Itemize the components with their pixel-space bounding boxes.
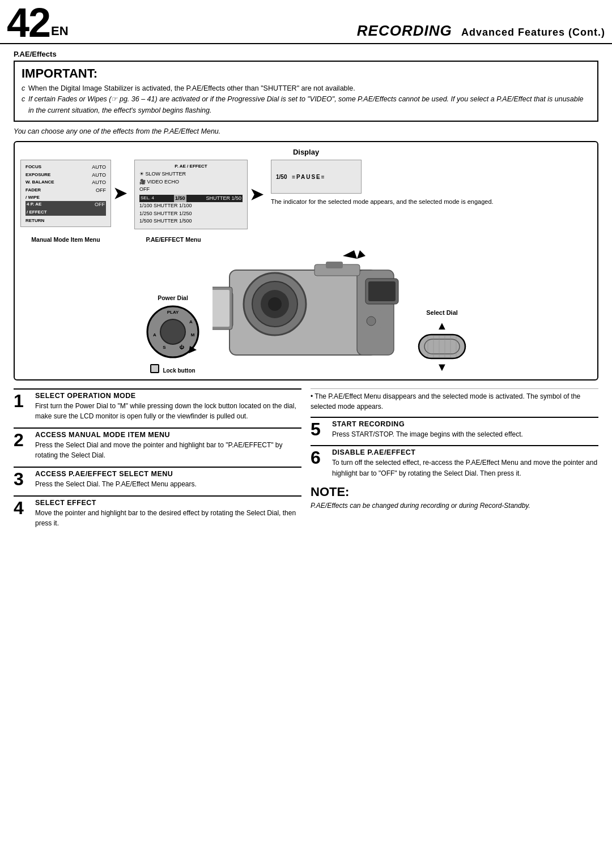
panel3-desc: The indicator for the selected mode appe…: [271, 197, 592, 207]
step-6-title: DISABLE P.AE/EFFECT: [332, 448, 598, 456]
menu-fader: FADEROFF: [26, 187, 106, 195]
page-content: P.AE/Effects IMPORTANT: When the Digital…: [0, 44, 612, 544]
step-3-num: 3: [14, 470, 31, 490]
lock-button-label: Lock button: [163, 367, 195, 374]
pause-display: 1/50 ≡PAUSE≡: [271, 160, 362, 194]
step-6-body: To turn off the selected effect, re-acce…: [332, 457, 598, 478]
panel3-label: [236, 236, 592, 243]
step-2-num: 2: [14, 431, 31, 461]
important-item-1: When the Digital Image Stabilizer is act…: [28, 83, 590, 94]
svg-text:S: S: [163, 345, 166, 350]
step-4: 4 SELECT EFFECT Move the pointer and hig…: [14, 495, 301, 529]
menu-video-echo: 🎥 VIDEO ECHO: [139, 178, 243, 186]
arrow1: ➤: [113, 184, 126, 203]
display-label: Display: [20, 148, 592, 156]
step-5-content: START RECORDING Press START/STOP. The im…: [332, 420, 523, 440]
panel3-section: 1/50 ≡PAUSE≡ The indicator for the selec…: [271, 160, 592, 207]
panel2-with-arrow: P. AE / EFFECT ☀ SLOW SHUTTER 🎥 VIDEO EC…: [134, 160, 265, 229]
menu-slow-shutter: ☀ SLOW SHUTTER: [139, 170, 243, 178]
lock-button-icon: [150, 364, 159, 373]
svg-point-1: [160, 319, 185, 344]
page-header: 42 EN RECORDING Advanced Features (Cont.…: [0, 0, 612, 44]
pae-menu-header: P. AE / EFFECT: [139, 164, 243, 169]
step-4-content: SELECT EFFECT Move the pointer and highl…: [35, 499, 301, 529]
steps-section: 1 SELECT OPERATION MODE First turn the P…: [14, 388, 598, 535]
important-item-2: If certain Fades or Wipes (☞ pg. 36 – 41…: [28, 94, 590, 116]
step-4-title: SELECT EFFECT: [35, 499, 301, 507]
svg-rect-24: [419, 335, 465, 358]
panel1-with-arrow: FOCUSAUTO EXPOSUREAUTO W. BALANCEAUTO FA…: [20, 160, 129, 227]
step-1: 1 SELECT OPERATION MODE First turn the P…: [14, 388, 301, 422]
step-5-title: START RECORDING: [332, 420, 523, 428]
step-1-body: First turn the Power Dial to "M" while p…: [35, 401, 301, 422]
step-6-num: 6: [311, 448, 328, 478]
select-dial-label: Select Dial: [426, 309, 458, 316]
diagram-box: Display FOCUSAUTO EXPOSUREAUTO W. BALANC…: [14, 141, 598, 380]
camera-row: Power Dial PLAY A M ⏻ S A: [20, 247, 592, 374]
step-6-content: DISABLE P.AE/EFFECT To turn off the sele…: [332, 448, 598, 478]
menu-sel-shutter: SEL. 4 1/50 SHUTTER 1/50: [139, 195, 243, 203]
select-dial-section: Select Dial ▲ ▼: [416, 309, 468, 374]
step-3-body: Press the Select Dial. The P.AE/Effect M…: [35, 479, 197, 490]
svg-text:⏻: ⏻: [179, 344, 184, 350]
note-box: NOTE: P.AE/Effects can be changed during…: [311, 485, 598, 511]
steps-right: • The P.AE/Effect Menu disappears and th…: [311, 388, 598, 535]
step-3: 3 ACCESS P.AE/EFFECT SELECT MENU Press t…: [14, 467, 301, 490]
svg-text:PLAY: PLAY: [167, 310, 179, 315]
panel2-display: P. AE / EFFECT ☀ SLOW SHUTTER 🎥 VIDEO EC…: [134, 160, 248, 229]
step-1-content: SELECT OPERATION MODE First turn the Pow…: [35, 392, 301, 422]
step-2-content: ACCESS MANUAL MODE ITEM MENU Press the S…: [35, 431, 301, 461]
important-box: IMPORTANT: When the Digital Image Stabil…: [14, 61, 598, 122]
svg-point-15: [268, 297, 282, 311]
svg-rect-17: [368, 281, 396, 301]
panel1-display: FOCUSAUTO EXPOSUREAUTO W. BALANCEAUTO FA…: [20, 160, 111, 227]
step-2: 2 ACCESS MANUAL MODE ITEM MENU Press the…: [14, 427, 301, 461]
menu-return: RETURN: [26, 218, 106, 223]
menu-wipe: / WIPE: [26, 194, 106, 201]
select-dial-arrows: ▲ ▼: [416, 319, 468, 374]
panel1-label: Manual Mode Item Menu: [20, 236, 111, 243]
page-en-label: EN: [51, 24, 69, 39]
lock-area: Lock button: [150, 364, 195, 374]
svg-point-23: [380, 327, 385, 332]
menu-focus: FOCUSAUTO: [26, 164, 106, 172]
panel-labels-row: Manual Mode Item Menu P.AE/EFFECT Menu: [20, 236, 592, 243]
step-bullet-body: • The P.AE/Effect Menu disappears and th…: [311, 391, 598, 412]
header-title-block: RECORDING Advanced Features (Cont.): [69, 2, 605, 43]
arrow-up-icon: ▲: [436, 319, 448, 332]
menu-shutter-100: 1/100 SHUTTER 1/100: [139, 202, 243, 210]
step-4-body: Move the pointer and highlight bar to th…: [35, 508, 301, 529]
svg-point-21: [367, 317, 376, 326]
pause-symbol: ≡PAUSE≡: [289, 174, 325, 180]
menu-effect: / EFFECT: [26, 209, 106, 216]
svg-text:A: A: [189, 319, 193, 324]
important-title: IMPORTANT:: [22, 66, 590, 81]
step-5-num: 5: [311, 420, 328, 440]
page-number: 42: [7, 2, 50, 43]
step-3-content: ACCESS P.AE/EFFECT SELECT MENU Press the…: [35, 470, 197, 490]
steps-left: 1 SELECT OPERATION MODE First turn the P…: [14, 388, 301, 535]
arrow-down-icon: ▼: [436, 361, 448, 374]
step-5-body: Press START/STOP. The image begins with …: [332, 429, 523, 440]
section-heading: P.AE/Effects: [14, 50, 598, 58]
step-3-title: ACCESS P.AE/EFFECT SELECT MENU: [35, 470, 197, 478]
step-1-num: 1: [14, 392, 31, 422]
step-1-title: SELECT OPERATION MODE: [35, 392, 301, 400]
subtitle: Advanced Features (Cont.): [461, 27, 605, 42]
power-dial-svg: PLAY A M ⏻ S A: [144, 303, 201, 362]
rec-part: RECORDING: [357, 22, 452, 39]
arrow2: ➤: [250, 185, 263, 204]
menu-exposure: EXPOSUREAUTO: [26, 172, 106, 179]
power-dial-label: Power Dial: [158, 294, 188, 301]
menu-shutter-250: 1/250 SHUTTER 1/250: [139, 210, 243, 218]
step-4-num: 4: [14, 499, 31, 529]
camera-illustration: [212, 247, 405, 374]
svg-rect-20: [212, 290, 230, 327]
step-5: 5 START RECORDING Press START/STOP. The …: [311, 417, 598, 440]
select-dial-shape: [416, 332, 468, 361]
step-bullet: • The P.AE/Effect Menu disappears and th…: [311, 388, 598, 412]
step-6: 6 DISABLE P.AE/EFFECT To turn off the se…: [311, 445, 598, 478]
power-dial-section: Power Dial PLAY A M ⏻ S A: [144, 294, 201, 374]
svg-text:A: A: [153, 332, 156, 337]
menu-pae: 4 P. AEOFF: [26, 201, 106, 209]
